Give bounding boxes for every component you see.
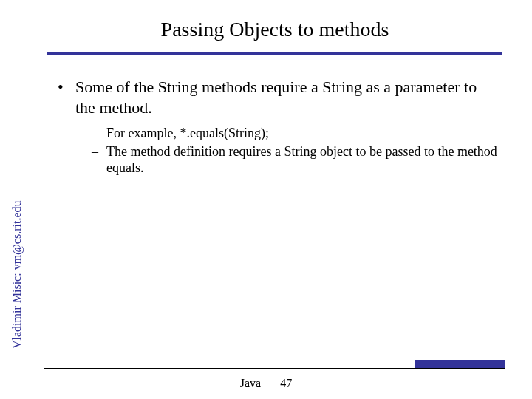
bullet-dash-icon: –	[92, 143, 106, 160]
bullet-sub-text: The method definition requires a String …	[106, 143, 498, 177]
footer: Java 47	[0, 377, 532, 390]
bullet-sub-text: For example, *.equals(String);	[106, 125, 269, 142]
slide: Passing Objects to methods • Some of the…	[0, 0, 532, 399]
footer-page-number: 47	[280, 377, 292, 389]
footer-divider	[44, 368, 505, 369]
footer-label: Java	[240, 377, 261, 389]
bullet-sub: – The method definition requires a Strin…	[92, 143, 498, 177]
title-divider	[47, 52, 502, 55]
content-area: • Some of the String methods require a S…	[44, 77, 505, 177]
bullet-dash-icon: –	[92, 125, 106, 142]
slide-title: Passing Objects to methods	[44, 18, 505, 41]
bullet-main: • Some of the String methods require a S…	[58, 77, 498, 117]
bullet-dot-icon: •	[58, 77, 75, 98]
sub-bullet-list: – For example, *.equals(String); – The m…	[58, 125, 498, 177]
author-sidebar: Vladimir Misic: vm@cs.rit.edu	[10, 201, 24, 349]
bullet-main-text: Some of the String methods require a Str…	[75, 77, 498, 117]
bullet-sub: – For example, *.equals(String);	[92, 125, 498, 142]
